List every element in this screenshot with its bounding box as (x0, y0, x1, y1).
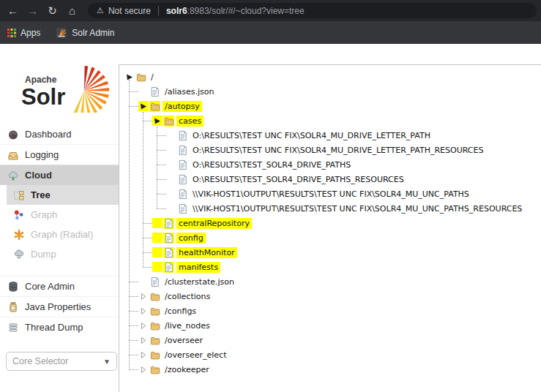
expanded-arrow-icon[interactable] (138, 101, 149, 111)
radial-graph-icon (13, 229, 25, 241)
tree-node-label: /zookeeper (163, 364, 212, 375)
bookmarks-bar: Apps Solr Admin (0, 21, 541, 44)
tree-node-label: healthMonitor (176, 247, 237, 258)
tree-node-central-repository[interactable]: centralRepository (119, 216, 541, 230)
dump-cloud-icon (13, 249, 25, 260)
tree-node-label: cases (176, 116, 204, 127)
collapsed-arrow-icon[interactable] (138, 291, 149, 301)
tree-node-overseer-elect[interactable]: /overseer_elect (119, 347, 541, 362)
warning-triangle-icon[interactable]: ⚠ (97, 6, 104, 15)
collapsed-arrow-icon[interactable] (138, 320, 149, 331)
java-properties-icon (7, 301, 19, 313)
tree-node-label: /clusterstate.json (163, 276, 236, 287)
expanded-arrow-icon[interactable] (124, 72, 135, 82)
collapsed-arrow-icon[interactable] (138, 350, 149, 360)
tree-node-manifests[interactable]: manifests (119, 260, 541, 274)
collapsed-arrow-icon[interactable] (138, 364, 149, 374)
sidebar-item-graph[interactable]: Graph (7, 205, 119, 225)
folder-icon (149, 291, 160, 302)
core-selector-dropdown[interactable]: Core Selector ▼ (6, 352, 117, 371)
core-admin-icon (7, 281, 19, 293)
sidebar-item-thread-dump[interactable]: Thread Dump (0, 317, 119, 337)
tree-node-live-nodes[interactable]: /live_nodes (119, 318, 541, 333)
tree-node-label: \\VIK-HOST1\OUTPUT\RESULTS\TEST UNC FIX\… (190, 203, 524, 214)
url-path: :8983/solr/#/~cloud?view=tree (187, 6, 305, 16)
svg-text:Apache: Apache (25, 75, 57, 85)
file-icon (149, 276, 160, 287)
forward-icon[interactable]: → (23, 0, 42, 21)
expanded-arrow-icon[interactable] (152, 116, 163, 126)
collapsed-arrow-icon[interactable] (138, 335, 149, 345)
svg-text:Solr: Solr (21, 84, 65, 110)
tree-node-label: O:\RESULTS\TEST UNC FIX\SOLR4_MU_DRIVE_L… (190, 130, 433, 141)
folder-icon (149, 350, 160, 361)
tree-node-label: /overseer (163, 335, 205, 346)
tree-node-zookeeper[interactable]: /zookeeper (119, 362, 541, 377)
tree-node-config[interactable]: config (119, 230, 541, 245)
tree-node-case-path[interactable]: O:\RESULTS\TEST UNC FIX\SOLR4_MU_DRIVE_L… (119, 143, 541, 157)
tree-node-label: /autopsy (163, 101, 202, 112)
sidebar-item-label: Java Properties (25, 301, 91, 312)
url-host: solr6 (166, 6, 187, 16)
file-icon (163, 218, 174, 229)
sidebar-item-graph-radial[interactable]: Graph (Radial) (7, 225, 119, 244)
tree-node-root[interactable]: / (119, 69, 541, 84)
tree-node-case-path[interactable]: O:\RESULTS\TEST UNC FIX\SOLR4_MU_DRIVE_L… (119, 128, 541, 143)
home-icon[interactable]: ⌂ (62, 0, 82, 21)
sidebar-item-dump[interactable]: Dump (7, 244, 119, 264)
file-icon (163, 233, 174, 244)
sidebar-menu-lower: Core Admin Java Properties Thread Dump (0, 276, 119, 337)
sidebar-item-logging[interactable]: Logging (0, 144, 119, 165)
bookmark-solr-admin[interactable]: Solr Admin (56, 27, 124, 39)
cloud-icon (7, 170, 19, 181)
folder-icon (149, 335, 160, 346)
tree-node-case-path[interactable]: \\VIK-HOST1\OUTPUT\RESULTS\TEST UNC FIX\… (119, 201, 541, 216)
sidebar-item-cloud[interactable]: Cloud (0, 165, 119, 185)
tree-node-aliases[interactable]: /aliases.json (119, 84, 541, 99)
tree-node-overseer[interactable]: /overseer (119, 333, 541, 347)
sidebar-item-java-properties[interactable]: Java Properties (0, 296, 119, 317)
tree-node-label: O:\RESULTS\TEST_SOLR4_DRIVE_PATHS (190, 159, 353, 170)
apps-grid-icon (7, 29, 16, 37)
tree-node-label: O:\RESULTS\TEST UNC FIX\SOLR4_MU_DRIVE_L… (190, 145, 485, 156)
tree-node-case-path[interactable]: O:\RESULTS\TEST_SOLR4_DRIVE_PATHS_RESOUR… (119, 172, 541, 186)
back-icon[interactable]: ← (3, 0, 23, 21)
zookeeper-tree: / /aliases.json /autopsy cases O:\RE (119, 65, 541, 392)
cloud-submenu: Tree Graph Graph (Radial) Dump (0, 185, 119, 264)
thread-dump-icon (7, 322, 19, 333)
collapsed-arrow-icon[interactable] (138, 306, 149, 316)
sidebar: Apache Solr Dashboard Logging Cloud Tree (0, 44, 119, 392)
tree-node-collections[interactable]: /collections (119, 289, 541, 304)
tree-node-autopsy[interactable]: /autopsy (119, 99, 541, 113)
sidebar-item-label: Graph (31, 209, 57, 220)
solr-logo[interactable]: Apache Solr (12, 66, 110, 113)
tree-node-health-monitor[interactable]: healthMonitor (119, 245, 541, 260)
not-secure-label[interactable]: Not secure (108, 6, 151, 16)
tree-node-clusterstate[interactable]: /clusterstate.json (119, 274, 541, 289)
tree-node-label: /collections (163, 291, 212, 302)
sidebar-item-label: Dashboard (25, 129, 72, 140)
sidebar-item-dashboard[interactable]: Dashboard (0, 124, 119, 144)
core-selector-placeholder: Core Selector (12, 356, 68, 366)
solr-admin-page: Apache Solr Dashboard Logging Cloud Tree (0, 44, 541, 392)
tree-node-case-path[interactable]: O:\RESULTS\TEST_SOLR4_DRIVE_PATHS (119, 157, 541, 172)
tree-node-label: O:\RESULTS\TEST_SOLR4_DRIVE_PATHS_RESOUR… (190, 174, 406, 185)
tree-node-label: / (149, 72, 156, 83)
url-divider (158, 6, 159, 15)
dashboard-gauge-icon (7, 129, 19, 140)
file-icon (177, 174, 188, 185)
tree-node-label: /configs (163, 306, 198, 317)
tree-node-cases[interactable]: cases (119, 113, 541, 128)
file-icon (177, 145, 188, 156)
browser-chrome: ← → ↻ ⌂ ⚠ Not secure solr6 :8983/solr/#/… (0, 0, 541, 44)
file-icon (177, 159, 188, 170)
address-bar[interactable]: ⚠ Not secure solr6 :8983/solr/#/~cloud?v… (88, 3, 537, 18)
tree-node-case-path[interactable]: \\VIK-HOST1\OUTPUT\RESULTS\TEST UNC FIX\… (119, 186, 541, 201)
bookmark-apps[interactable]: Apps (7, 28, 51, 38)
bookmark-solr-admin-label: Solr Admin (72, 28, 114, 38)
tree-node-configs[interactable]: /configs (119, 304, 541, 318)
sidebar-item-core-admin[interactable]: Core Admin (0, 276, 119, 296)
sidebar-item-tree[interactable]: Tree (7, 185, 119, 205)
file-icon (163, 247, 174, 258)
reload-icon[interactable]: ↻ (42, 0, 62, 21)
